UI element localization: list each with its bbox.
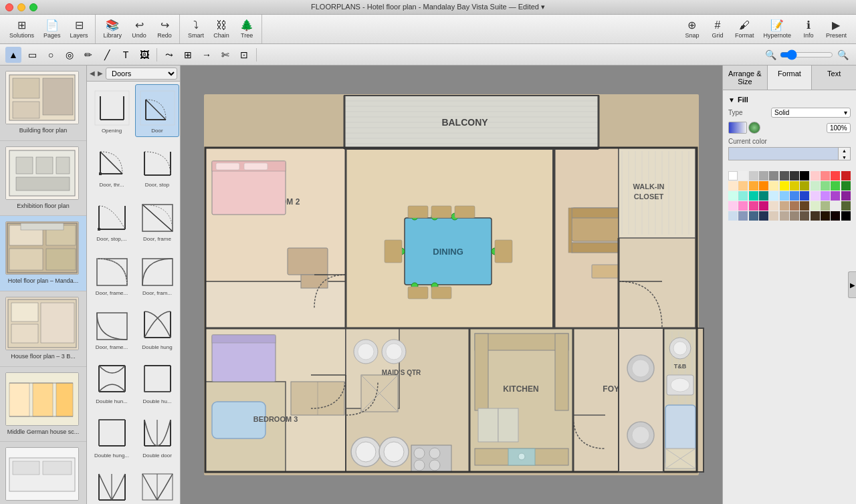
color-darkgray[interactable]: [780, 171, 789, 180]
color-magenta[interactable]: [738, 201, 748, 211]
shape-door-frame4[interactable]: Door, frame...: [90, 301, 134, 354]
crop-tool[interactable]: ⊡: [236, 47, 252, 63]
library-button[interactable]: 📚 Library: [100, 17, 126, 41]
shapes-forward-btn[interactable]: ▶: [98, 70, 103, 77]
pages-button[interactable]: 📄 Pages: [39, 17, 65, 41]
color-darktaupe[interactable]: [800, 211, 809, 221]
color-lightgray1[interactable]: [738, 171, 748, 180]
ellipse-tool[interactable]: ○: [43, 47, 59, 63]
tab-arrange-size[interactable]: Arrange & Size: [723, 66, 768, 90]
color-sage[interactable]: [821, 201, 830, 211]
color-black2[interactable]: [841, 211, 851, 221]
canvas-area[interactable]: BALCONY BEDROOM 2: [181, 66, 722, 504]
fill-chevron[interactable]: ▼: [728, 96, 735, 104]
circle-tool[interactable]: ◎: [62, 47, 78, 63]
color-lightmagenta[interactable]: [728, 201, 738, 211]
panel-expand-btn[interactable]: ▶: [848, 271, 856, 298]
color-darkred[interactable]: [841, 171, 851, 180]
color-darkpurple[interactable]: [841, 191, 851, 201]
shape-door-thr[interactable]: Door, thr...: [90, 138, 134, 191]
smart-tool[interactable]: ⤳: [161, 47, 177, 63]
shapes-category-select[interactable]: Doors: [106, 68, 177, 80]
color-red[interactable]: [831, 171, 840, 180]
shape-opening[interactable]: Opening: [90, 84, 134, 137]
color-skin[interactable]: [769, 201, 778, 211]
page-thumb-parent[interactable]: Parent-Child Room Num...: [0, 442, 86, 504]
shape-door-frame2[interactable]: Door, frame...: [90, 247, 134, 299]
color-beige[interactable]: [769, 211, 778, 221]
color-forest[interactable]: [841, 201, 851, 211]
format-button[interactable]: 🖌 Format: [731, 17, 758, 41]
color-hotpink[interactable]: [749, 201, 758, 211]
shape-door[interactable]: Door: [135, 84, 179, 137]
shape-double-hun2[interactable]: Double hun...: [90, 355, 134, 408]
snap-button[interactable]: ⊕ Snap: [680, 17, 704, 41]
select-tool[interactable]: ▲: [5, 47, 21, 63]
edit-tool[interactable]: ✄: [217, 47, 233, 63]
shape-double-doo3[interactable]: Double doo...: [135, 463, 179, 504]
color-sandstone[interactable]: [780, 211, 789, 221]
undo-button[interactable]: ↩ Undo: [127, 17, 151, 41]
info-button[interactable]: ℹ Info: [796, 17, 821, 41]
chain-button[interactable]: ⛓ Chain: [209, 17, 233, 41]
shape-double-doo2[interactable]: Double doo...: [90, 463, 134, 504]
present-button[interactable]: ▶ Present: [822, 17, 851, 41]
color-taupe[interactable]: [790, 211, 799, 221]
line-tool[interactable]: ╱: [99, 47, 115, 63]
text-tool[interactable]: T: [118, 47, 134, 63]
color-darkteal[interactable]: [759, 191, 768, 201]
tab-text[interactable]: Text: [812, 66, 856, 90]
color-orange[interactable]: [749, 181, 758, 191]
color-green[interactable]: [831, 181, 840, 191]
color-lightcyan[interactable]: [728, 191, 738, 201]
page-thumb-exhibition[interactable]: Exhibition floor plan: [0, 141, 86, 217]
color-nearblack[interactable]: [831, 211, 840, 221]
color-blue[interactable]: [790, 191, 799, 201]
color-lightpink[interactable]: [811, 171, 820, 180]
color-slate1[interactable]: [728, 211, 738, 221]
color-skyblue[interactable]: [780, 191, 789, 201]
zoom-out-btn[interactable]: 🔍: [762, 47, 778, 63]
color-lightgray2[interactable]: [749, 171, 758, 180]
color-olive2[interactable]: [831, 201, 840, 211]
rect-tool[interactable]: ▭: [24, 47, 40, 63]
zoom-in-btn[interactable]: 🔍: [835, 47, 851, 63]
fill-gradient-swatch[interactable]: [728, 122, 747, 134]
fill-percent-field[interactable]: [827, 123, 851, 133]
current-color-swatch[interactable]: [728, 147, 839, 160]
shape-door-stop2[interactable]: Door, stop,...: [90, 193, 134, 245]
color-darkespresso[interactable]: [821, 211, 830, 221]
color-slate2[interactable]: [738, 211, 748, 221]
shape-double-hu3[interactable]: Double hu...: [135, 355, 179, 408]
color-darkyellow[interactable]: [790, 181, 799, 191]
color-peach[interactable]: [738, 181, 748, 191]
tree-button[interactable]: 🌲 Tree: [235, 17, 259, 41]
color-navy[interactable]: [759, 211, 768, 221]
color-lightorange[interactable]: [728, 181, 738, 191]
color-darkgreen[interactable]: [841, 181, 851, 191]
current-color-arrows[interactable]: ▲ ▼: [839, 147, 851, 160]
color-black[interactable]: [800, 171, 809, 180]
color-teal[interactable]: [749, 191, 758, 201]
smart-button[interactable]: ⤵ Smart: [184, 17, 208, 41]
tab-format[interactable]: Format: [768, 66, 813, 90]
fill-type-select[interactable]: Solid ▾: [771, 108, 851, 118]
shape-double-hung4[interactable]: Double hung...: [90, 409, 134, 462]
color-lavender[interactable]: [811, 191, 820, 201]
color-cyan1[interactable]: [738, 191, 748, 201]
arrow-tool[interactable]: →: [199, 47, 215, 63]
floor-plan-svg[interactable]: BALCONY BEDROOM 2: [197, 88, 706, 482]
color-darkgray2[interactable]: [790, 171, 799, 180]
shapes-back-btn[interactable]: ◀: [90, 70, 95, 77]
shape-door-stop[interactable]: Door, stop: [135, 138, 179, 191]
shape-double-hung[interactable]: Double hung: [135, 301, 179, 354]
shape-door-fram3[interactable]: Door, fram...: [135, 247, 179, 299]
color-tan[interactable]: [780, 201, 789, 211]
redo-button[interactable]: ↪ Redo: [152, 17, 177, 41]
fill-color-picker[interactable]: [748, 122, 760, 134]
grid-button[interactable]: # Grid: [706, 17, 730, 41]
color-yellow[interactable]: [780, 181, 789, 191]
hypernote-button[interactable]: 📝 Hypernote: [759, 17, 795, 41]
solutions-button[interactable]: ⊞ Solutions: [5, 17, 38, 41]
page-thumb-german[interactable]: Middle German house sc...: [0, 367, 86, 443]
